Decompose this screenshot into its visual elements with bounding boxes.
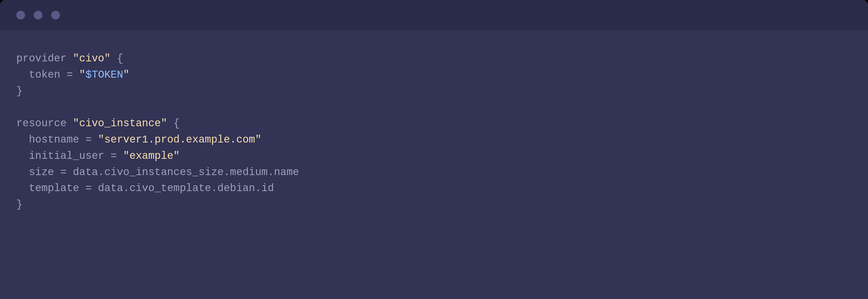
hostname-value: "server1.prod.example.com" (98, 134, 261, 146)
equals: = (79, 182, 98, 194)
brace-close: } (16, 199, 23, 211)
window-titlebar (0, 0, 868, 30)
brace-open: { (174, 118, 180, 129)
equals: = (104, 150, 123, 162)
initial-user-value: "example" (123, 150, 180, 162)
attr-size: size (29, 167, 54, 178)
equals: = (54, 167, 73, 178)
template-value: data.civo_template.debian.id (98, 182, 274, 194)
traffic-light-minimize-icon[interactable] (34, 11, 42, 20)
attr-initial-user: initial_user (29, 150, 104, 162)
resource-name: civo_instance (79, 118, 161, 129)
attr-token: token (29, 69, 60, 81)
traffic-light-zoom-icon[interactable] (51, 11, 60, 20)
traffic-light-close-icon[interactable] (16, 11, 25, 20)
string-quote: " (73, 118, 79, 129)
equals: = (79, 134, 98, 146)
brace-close: } (16, 85, 23, 97)
code-area: provider "civo" { token = "$TOKEN" } res… (0, 30, 868, 299)
equals: = (60, 69, 79, 81)
attr-hostname: hostname (29, 134, 79, 146)
string-quote: " (79, 69, 86, 81)
code-block: provider "civo" { token = "$TOKEN" } res… (16, 51, 852, 213)
token-variable: $TOKEN (86, 69, 123, 81)
size-value: data.civo_instances_size.medium.name (73, 167, 299, 178)
brace-open: { (117, 53, 123, 65)
string-quote: " (123, 69, 129, 81)
attr-template: template (29, 182, 79, 194)
code-window: provider "civo" { token = "$TOKEN" } res… (0, 0, 868, 299)
provider-name: civo (79, 53, 104, 65)
keyword-provider: provider (16, 53, 67, 65)
keyword-resource: resource (16, 118, 67, 129)
string-quote: " (104, 53, 111, 65)
string-quote: " (161, 118, 167, 129)
string-quote: " (73, 53, 79, 65)
